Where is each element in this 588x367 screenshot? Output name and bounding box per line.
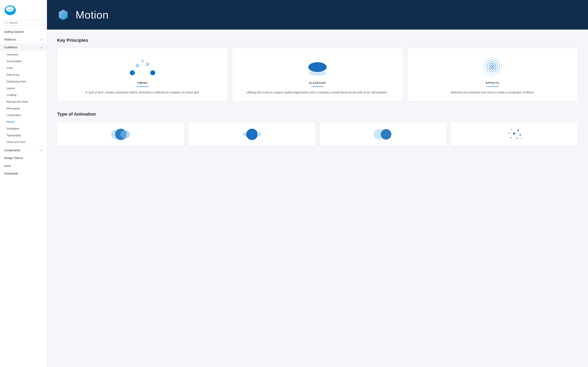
svg-text:salesforce: salesforce: [8, 8, 16, 10]
svg-point-12: [308, 62, 327, 72]
effects-illustration: [482, 55, 503, 78]
guidelines-sub-nav: Overview Accessibility Color Data Entry …: [0, 51, 47, 145]
elevation-illustration: [303, 55, 332, 78]
motion-header-icon: [57, 9, 69, 21]
svg-point-23: [246, 129, 258, 140]
timing-label: TIMING: [137, 82, 148, 84]
sidebar-item-voice-and-tone[interactable]: Voice and Tone: [0, 139, 47, 145]
sidebar-nav: Getting Started Platforms ► Guidelines ▼…: [0, 28, 47, 177]
svg-point-21: [120, 130, 130, 138]
sidebar-item-typography[interactable]: Typography: [0, 132, 47, 139]
sidebar-item-components[interactable]: Components ►: [0, 146, 47, 154]
effects-divider: [486, 86, 499, 87]
svg-line-3: [7, 23, 8, 24]
sidebar-item-loading[interactable]: Loading: [0, 92, 47, 98]
key-principles-grid: TIMING A "grid of time" creates consiste…: [57, 48, 578, 101]
sidebar-item-messaging[interactable]: Messaging: [0, 105, 47, 112]
sidebar-item-label: Design Tokens: [4, 156, 23, 160]
sidebar-item-label: Platforms: [4, 38, 16, 41]
sidebar-item-accessibility[interactable]: Accessibility: [0, 58, 47, 65]
svg-point-7: [136, 64, 139, 67]
sidebar-item-markup-and-style[interactable]: Markup and Style: [0, 98, 47, 105]
sidebar-item-design-tokens[interactable]: Design Tokens: [0, 154, 47, 162]
svg-point-34: [521, 138, 522, 139]
animation-types-grid: [57, 122, 578, 146]
search-container: [0, 19, 47, 28]
svg-point-24: [257, 132, 261, 136]
effects-desc: Attributes are animated over time to cre…: [450, 90, 535, 95]
chevron-right-icon: ►: [41, 149, 43, 151]
slide-illustration: [372, 126, 394, 142]
effects-card: EFFECTS Attributes are animated over tim…: [407, 48, 578, 101]
sidebar-item-layout[interactable]: Layout: [0, 85, 47, 92]
svg-point-8: [141, 59, 144, 63]
elevation-desc: Utilizing the Z-axis to support spatial …: [246, 90, 389, 95]
grow-illustration: [241, 126, 263, 142]
elevation-label: ELEVATION: [309, 82, 326, 84]
svg-point-18: [492, 66, 493, 67]
sidebar-item-downloads[interactable]: Downloads: [0, 170, 47, 177]
effects-label: EFFECTS: [486, 82, 499, 84]
elevation-divider: [311, 86, 324, 87]
timing-illustration: [126, 55, 159, 78]
type-of-animation-title: Type of Animation: [57, 111, 578, 117]
timing-desc: A "grid of time" creates consistent rhyt…: [85, 90, 199, 95]
sidebar-item-navigation[interactable]: Navigation: [0, 125, 47, 132]
sidebar-item-displaying-data[interactable]: Displaying Data: [0, 78, 47, 85]
timing-divider: [136, 86, 149, 87]
sidebar: salesforce Getting Started Platforms ► G…: [0, 0, 47, 367]
svg-point-26: [381, 129, 391, 140]
svg-point-27: [513, 133, 515, 134]
sidebar-item-data-entry[interactable]: Data Entry: [0, 71, 47, 78]
scatter-illustration: [503, 126, 525, 142]
timing-card: TIMING A "grid of time" creates consiste…: [57, 48, 228, 101]
svg-point-10: [150, 70, 155, 75]
sidebar-item-guidelines[interactable]: Guidelines ▼: [0, 43, 47, 51]
search-icon: [5, 21, 8, 24]
sidebar-item-overview[interactable]: Overview: [0, 51, 47, 58]
svg-point-28: [517, 129, 519, 131]
sidebar-item-platforms[interactable]: Platforms ►: [0, 36, 47, 43]
svg-point-9: [146, 62, 149, 66]
morph-illustration: [110, 126, 132, 142]
anim-card-slide: [319, 122, 447, 146]
key-principles-title: Key Principles: [57, 38, 578, 43]
chevron-down-icon: ▼: [41, 46, 43, 49]
main-content: Motion Key Principles: [47, 0, 588, 367]
anim-card-grow: [188, 122, 316, 146]
anim-card-scatter: [450, 122, 578, 146]
salesforce-logo-icon: salesforce: [4, 4, 16, 16]
sidebar-item-icons[interactable]: Icons: [0, 162, 47, 170]
sidebar-item-motion[interactable]: Motion: [0, 118, 47, 125]
sidebar-item-label: Getting Started: [4, 30, 23, 33]
sidebar-item-label: Components: [4, 149, 20, 152]
page-title: Motion: [76, 9, 109, 21]
elevation-card: ELEVATION Utilizing the Z-axis to suppor…: [232, 48, 403, 101]
search-input-wrapper[interactable]: [3, 20, 44, 25]
sidebar-item-label: Icons: [4, 164, 11, 167]
sidebar-item-color[interactable]: Color: [0, 65, 47, 71]
sidebar-item-getting-started[interactable]: Getting Started: [0, 28, 47, 36]
sidebar-item-label: Guidelines: [4, 46, 17, 49]
svg-point-33: [511, 129, 512, 130]
chevron-right-icon: ►: [41, 39, 43, 41]
sidebar-item-localization[interactable]: Localization: [0, 112, 47, 118]
svg-point-29: [519, 134, 521, 136]
svg-point-30: [517, 137, 518, 139]
svg-point-31: [510, 137, 512, 138]
anim-card-morph: [57, 122, 185, 146]
svg-point-6: [130, 70, 135, 75]
page-header: Motion: [47, 0, 588, 30]
content-area: Key Principles T: [47, 30, 588, 154]
search-input[interactable]: [9, 21, 42, 24]
svg-point-32: [508, 132, 510, 133]
sidebar-item-label: Downloads: [4, 172, 18, 175]
sidebar-logo: salesforce: [0, 0, 47, 19]
